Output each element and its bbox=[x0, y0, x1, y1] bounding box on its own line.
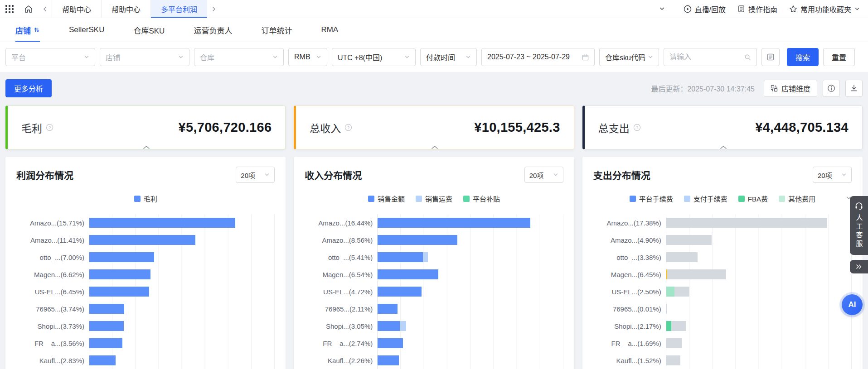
bar-segment bbox=[666, 218, 828, 228]
warehouse-select[interactable]: 仓库 bbox=[194, 48, 284, 66]
apps-grid-icon[interactable] bbox=[0, 0, 19, 18]
shop-select[interactable]: 店铺 bbox=[100, 48, 189, 66]
legend-item[interactable]: 平台补贴 bbox=[463, 194, 500, 203]
calendar-icon bbox=[582, 54, 589, 61]
bar[interactable] bbox=[89, 218, 275, 228]
more-analysis-button[interactable]: 更多分析 bbox=[5, 79, 52, 97]
favorites-button[interactable]: 常用功能收藏夹 bbox=[789, 4, 860, 14]
collapse-handle-icon[interactable] bbox=[720, 145, 727, 149]
top-n-select[interactable]: 20项 bbox=[813, 167, 852, 183]
bar[interactable] bbox=[89, 338, 275, 348]
tab-scroll-right-icon[interactable] bbox=[207, 0, 221, 18]
sidebar-collapse-button[interactable] bbox=[850, 260, 868, 273]
legend-swatch bbox=[684, 196, 690, 202]
sku-type-select[interactable]: 仓库sku代码 bbox=[599, 48, 659, 66]
tab-rma-label: RMA bbox=[321, 25, 338, 34]
legend-item[interactable]: 平台手续费 bbox=[630, 194, 673, 203]
tab-list-chevron-icon[interactable] bbox=[653, 6, 672, 12]
bar[interactable] bbox=[378, 235, 563, 245]
tab-rma[interactable]: RMA bbox=[321, 18, 338, 42]
collapse-handle-icon[interactable] bbox=[431, 145, 438, 149]
bar[interactable] bbox=[666, 355, 852, 365]
platform-select[interactable]: 平台 bbox=[5, 48, 95, 66]
legend-item[interactable]: 其他费用 bbox=[779, 194, 815, 203]
chevron-down-icon bbox=[272, 54, 278, 60]
bar[interactable] bbox=[89, 355, 275, 365]
legend-swatch bbox=[368, 196, 374, 202]
warehouse-placeholder: 仓库 bbox=[200, 52, 214, 62]
bar-category-label: US-EL...(6.45%) bbox=[16, 283, 89, 300]
bar[interactable] bbox=[666, 218, 852, 228]
bar[interactable] bbox=[89, 304, 275, 314]
legend-item[interactable]: 毛利 bbox=[134, 194, 157, 203]
bar[interactable] bbox=[666, 287, 852, 297]
bar[interactable] bbox=[89, 269, 275, 279]
tab-scroll-left-icon[interactable] bbox=[38, 0, 52, 18]
dimension-icon bbox=[771, 85, 778, 92]
bar-category-label: Magen...(6.54%) bbox=[305, 266, 377, 283]
top-n-select[interactable]: 20项 bbox=[236, 167, 275, 183]
home-icon[interactable] bbox=[19, 0, 38, 18]
bar[interactable] bbox=[378, 269, 563, 279]
bar-category-label: FR__a...(1.69%) bbox=[593, 335, 666, 352]
bar[interactable] bbox=[89, 235, 275, 245]
currency-select[interactable]: RMB bbox=[288, 48, 327, 66]
bar[interactable] bbox=[666, 338, 852, 348]
live-replay-button[interactable]: 直播/回放 bbox=[684, 4, 726, 14]
page-tab-help-center-2[interactable]: 帮助中心 bbox=[101, 0, 150, 18]
tab-warehouse-sku[interactable]: 仓库SKU bbox=[133, 18, 165, 42]
search-button[interactable]: 搜索 bbox=[787, 48, 819, 66]
shop-dimension-button[interactable]: 店铺维度 bbox=[764, 80, 817, 97]
bar[interactable] bbox=[666, 304, 852, 314]
collapse-handle-icon[interactable] bbox=[143, 145, 150, 149]
page-tab-help-center-1[interactable]: 帮助中心 bbox=[52, 0, 101, 18]
ai-assistant-button[interactable]: AI bbox=[842, 294, 863, 315]
bar-row bbox=[666, 266, 852, 283]
question-circle-icon[interactable]: ? bbox=[633, 124, 641, 131]
bar[interactable] bbox=[378, 252, 563, 262]
question-circle-icon[interactable]: ? bbox=[344, 124, 352, 131]
bar[interactable] bbox=[89, 252, 275, 262]
top-n-select[interactable]: 20项 bbox=[524, 167, 563, 183]
time-type-select[interactable]: 付款时间 bbox=[420, 48, 477, 66]
date-range-picker[interactable]: 2025-07-23 ~ 2025-07-29 bbox=[481, 48, 595, 66]
tab-shop[interactable]: 店铺 bbox=[15, 18, 40, 42]
bar[interactable] bbox=[666, 321, 852, 331]
legend-item[interactable]: 支付手续费 bbox=[684, 194, 727, 203]
info-button[interactable] bbox=[823, 80, 840, 97]
bar[interactable] bbox=[378, 287, 563, 297]
top-n-value: 20项 bbox=[529, 170, 544, 180]
bar[interactable] bbox=[666, 252, 852, 262]
bar[interactable] bbox=[89, 321, 275, 331]
timezone-select[interactable]: UTC +8(中国) bbox=[332, 48, 416, 66]
chart-body: Amazo...(17.38%)Amazo...(4.90%)otto_...(… bbox=[593, 214, 852, 369]
reset-button[interactable]: 重置 bbox=[823, 48, 855, 66]
bar[interactable] bbox=[378, 218, 563, 228]
batch-search-button[interactable] bbox=[761, 48, 780, 66]
legend-item[interactable]: 销售金额 bbox=[368, 194, 405, 203]
bar[interactable] bbox=[666, 269, 852, 279]
tab-order-statistics[interactable]: 订单统计 bbox=[261, 18, 292, 42]
chevron-down-icon bbox=[553, 172, 558, 177]
chart-head: 收入分布情况 20项 bbox=[305, 167, 563, 183]
bar[interactable] bbox=[378, 338, 563, 348]
shop-dimension-label: 店铺维度 bbox=[781, 83, 810, 94]
bar[interactable] bbox=[378, 321, 563, 331]
page-tab-multi-platform-profit[interactable]: 多平台利润 bbox=[150, 0, 207, 18]
bar-segment bbox=[666, 338, 682, 348]
bar[interactable] bbox=[666, 235, 852, 245]
legend-item[interactable]: 销售运费 bbox=[416, 194, 452, 203]
tab-operation-manager[interactable]: 运营负责人 bbox=[194, 18, 232, 42]
operation-guide-button[interactable]: 操作指南 bbox=[737, 4, 777, 14]
bar-row bbox=[378, 266, 563, 283]
bar[interactable] bbox=[89, 287, 275, 297]
bar[interactable] bbox=[378, 355, 563, 365]
question-circle-icon[interactable]: ? bbox=[46, 124, 53, 131]
tab-sellersku[interactable]: SellerSKU bbox=[69, 18, 104, 42]
legend-item[interactable]: FBA费 bbox=[738, 194, 768, 203]
customer-service-tab[interactable]: 人工客服 bbox=[850, 196, 868, 255]
download-button[interactable] bbox=[845, 80, 863, 97]
keyword-input[interactable] bbox=[669, 53, 744, 61]
top-tab-bar: 帮助中心 帮助中心 多平台利润 直播/回放 操作指南 bbox=[0, 0, 868, 18]
bar[interactable] bbox=[378, 304, 563, 314]
